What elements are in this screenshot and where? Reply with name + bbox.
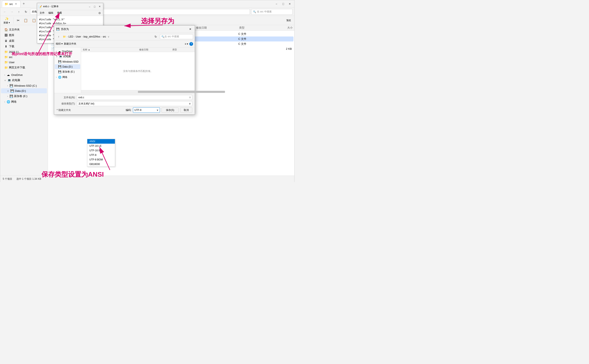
- dialog-sidebar-cssd[interactable]: 💾 Windows-SSD: [55, 59, 80, 64]
- dialog-title-icon: 💾: [56, 28, 59, 31]
- scrollbar-thumb[interactable]: [138, 91, 225, 93]
- menu-edit[interactable]: 编辑: [47, 11, 55, 15]
- sidebar-item-src[interactable]: 📁 src: [1, 54, 47, 59]
- sidebar-item-new-e[interactable]: › 💾 新加卷 (E:): [1, 93, 47, 99]
- cut-btn[interactable]: ✂: [15, 18, 21, 23]
- dialog-sidebar-net[interactable]: › 🌐 网络: [55, 75, 80, 80]
- dialog-col-type[interactable]: 类型: [172, 48, 193, 51]
- gallery-icon: 🖼: [4, 33, 8, 37]
- enc-option-gb18030[interactable]: GB18030: [87, 162, 115, 166]
- dialog-up-btn[interactable]: ↑: [56, 34, 62, 39]
- toolbar-sep-1: [13, 17, 13, 24]
- search-box[interactable]: 🔍 在 src 中搜索: [251, 9, 293, 15]
- paste-btn[interactable]: 📋: [30, 18, 38, 23]
- enc-option-utf8bom[interactable]: UTF-8 BOM: [87, 157, 115, 162]
- filesize-uart: 2 KB: [271, 47, 292, 50]
- dialog-sidebar-label-dd: Data (D:): [62, 65, 72, 68]
- sidebar-item-thispc[interactable]: ∨ 💻 此电脑: [1, 78, 47, 83]
- preview-btn[interactable]: 预览: [285, 19, 293, 22]
- drive-e-icon: 💾: [10, 95, 13, 98]
- dialog-sidebar-onedrive[interactable]: › ☁ OneDrive: [55, 49, 80, 54]
- thispc-icon: 💻: [7, 78, 11, 82]
- new-tab-btn[interactable]: +: [21, 2, 26, 6]
- back-btn[interactable]: ←: [2, 9, 8, 15]
- dialog-path-user: User: [76, 35, 81, 38]
- dialog-toolbar: ↑ 📁 › LED › User › bsp_stm32f4xx › src ∨…: [54, 33, 195, 40]
- window-controls: – ⎕ ✕: [274, 2, 293, 6]
- dialog-col-name[interactable]: 名称 ▲: [83, 48, 139, 51]
- np-minimize-btn[interactable]: –: [87, 5, 92, 9]
- folder2023-icon: 📁: [4, 50, 8, 53]
- tab-close-btn[interactable]: ✕: [14, 2, 18, 6]
- search-placeholder: 在 src 中搜索: [257, 10, 272, 13]
- sidebar-item-downloads[interactable]: ⬇ 下载: [1, 44, 47, 49]
- dialog-col-date[interactable]: 修改日期: [139, 48, 172, 51]
- dialog-sidebar-ee[interactable]: 💾 新加卷 (E:): [55, 69, 80, 74]
- close-btn[interactable]: ✕: [287, 2, 293, 6]
- filetype-select[interactable]: 文本文档(*.txt) ∨: [77, 101, 192, 106]
- dialog-help-icon[interactable]: ?: [189, 42, 193, 46]
- dialog-file-area: 没有与搜索条件匹配的项。: [81, 52, 195, 90]
- cut-icon: ✂: [17, 19, 20, 22]
- np-maximize-btn[interactable]: ⎕: [92, 5, 97, 9]
- sidebar-item-windows-ssd[interactable]: › 💾 Windows-SSD (C:): [1, 83, 47, 88]
- new-btn[interactable]: ✨ 新建 ▾: [2, 16, 12, 25]
- expand-arrow-ee: ›: [7, 95, 8, 98]
- forward-btn[interactable]: →: [9, 9, 15, 15]
- up-btn[interactable]: ↑: [16, 9, 22, 15]
- sidebar-item-webdownload[interactable]: 📁 网页文件下载: [1, 65, 47, 70]
- save-button[interactable]: 保存(S): [162, 107, 179, 113]
- dialog-refresh-btn[interactable]: ↻: [153, 34, 159, 39]
- sidebar-label-thispc: 此电脑: [12, 78, 20, 82]
- maximize-btn[interactable]: ⎕: [280, 2, 286, 6]
- dialog-sidebar-label-thispc: 此电脑: [63, 55, 71, 58]
- sidebar-label-downloads: 下载: [9, 45, 14, 48]
- dialog-sidebar-label-ee: 新加卷 (E:): [62, 70, 75, 74]
- dialog-scrollbar[interactable]: [81, 90, 195, 93]
- sidebar-item-data-d[interactable]: ∨ 💾 Data (D:): [1, 88, 47, 93]
- dialog-col-headers: 名称 ▲ 修改日期 类型: [81, 47, 195, 52]
- sidebar-label-webdownload: 网页文件下载: [9, 66, 25, 69]
- encoding-section: 编码: UTF-8 ∨ 保存(S) 取消: [126, 107, 192, 113]
- col-header-size[interactable]: 大小: [272, 26, 293, 30]
- encoding-select[interactable]: UTF-8 ∨: [133, 107, 160, 113]
- drive-d-icon: 💾: [10, 89, 14, 92]
- dialog-path-led: LED: [68, 35, 73, 38]
- dialog-close-btn[interactable]: ✕: [188, 27, 193, 32]
- sidebar-item-user[interactable]: 📁 User: [1, 60, 47, 65]
- dialog-search-box[interactable]: 🔍 在 src 中搜索: [160, 34, 193, 39]
- dialog-sidebar-thispc[interactable]: ∨ 💻 此电脑: [55, 54, 80, 59]
- cancel-button[interactable]: 取消: [180, 107, 192, 113]
- filename-input[interactable]: [77, 95, 192, 100]
- menu-file[interactable]: 文件: [38, 11, 46, 15]
- enc-option-utf16le[interactable]: UTF-16 LE: [87, 144, 115, 148]
- copy-btn[interactable]: 📋: [22, 18, 29, 23]
- minimize-btn[interactable]: –: [274, 2, 279, 6]
- menu-gear-icon[interactable]: ⚙: [97, 11, 102, 15]
- enc-option-utf8[interactable]: UTF-8: [87, 153, 115, 157]
- dialog-body: › ☁ OneDrive ∨ 💻 此电脑 💾 Windows-SSD 💾 Dat…: [54, 47, 195, 93]
- dialog-sidebar-dd[interactable]: 💾 Data (D:): [55, 64, 80, 69]
- sidebar-item-onedrive[interactable]: › ☁ OneDrive: [1, 72, 47, 77]
- encoding-label: 编码:: [126, 108, 131, 112]
- notepad-icon: 📝: [38, 5, 42, 8]
- network-icon: 🌐: [7, 100, 10, 104]
- hidden-folder-btn[interactable]: ^ 隐藏文件夹: [57, 108, 71, 112]
- home-icon: 🏠: [4, 28, 8, 31]
- dialog-view-icon[interactable]: ≡ ▾: [185, 43, 188, 46]
- enc-option-ansi[interactable]: ANSI: [87, 139, 115, 144]
- organize-btn[interactable]: 组织 ▾: [56, 42, 63, 46]
- new-folder-btn[interactable]: 新建文件夹: [64, 42, 76, 46]
- encoding-dropdown: ANSI UTF-16 LE UTF-16 BE UTF-8 UTF-8 BOM…: [87, 139, 115, 167]
- preview-label: 预览: [286, 19, 291, 22]
- sidebar-item-2023[interactable]: 📁 2023-11: [1, 49, 47, 54]
- col-header-date[interactable]: 修改日期: [196, 26, 237, 30]
- filetype-label: 保存类型(T):: [57, 102, 75, 105]
- explorer-tab[interactable]: 📁 src ✕: [2, 1, 20, 7]
- col-header-type[interactable]: 类型: [239, 26, 270, 30]
- enc-option-utf16be[interactable]: UTF-16 BE: [87, 148, 115, 153]
- sidebar-item-network[interactable]: › 🌐 网络: [1, 99, 47, 104]
- menu-view[interactable]: 查看: [55, 11, 64, 15]
- np-close-btn[interactable]: ✕: [97, 5, 102, 9]
- refresh-btn[interactable]: ↻: [23, 9, 29, 15]
